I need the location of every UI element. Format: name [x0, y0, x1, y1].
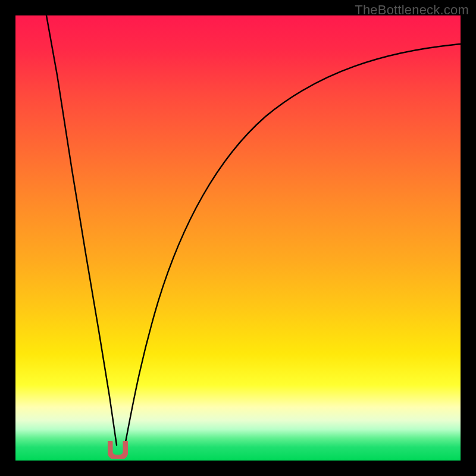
chart-frame	[15, 15, 461, 461]
curve-left-branch	[46, 15, 117, 445]
minimum-marker	[108, 441, 128, 459]
marker-u-shape	[110, 442, 126, 458]
bottleneck-curve	[15, 15, 461, 461]
curve-right-branch	[125, 44, 461, 445]
